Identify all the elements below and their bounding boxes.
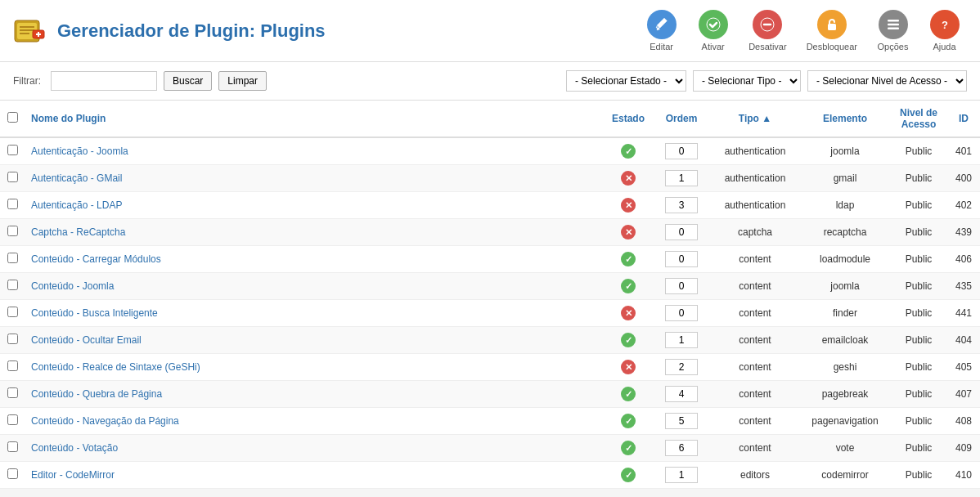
select-all-checkbox[interactable] xyxy=(7,112,18,123)
order-input[interactable] xyxy=(665,413,698,429)
row-checkbox[interactable] xyxy=(7,145,18,155)
row-checkbox-cell xyxy=(0,408,25,435)
plugin-name-link[interactable]: Conteúdo - Joomla xyxy=(31,280,114,292)
plugin-name: Conteúdo - Ocultar Email xyxy=(25,327,604,354)
plugin-ordem xyxy=(653,246,710,273)
plugin-name-link[interactable]: Conteúdo - Busca Inteligente xyxy=(31,307,158,319)
plugin-estado: ✕ xyxy=(604,300,653,327)
row-checkbox[interactable] xyxy=(7,307,18,317)
row-checkbox[interactable] xyxy=(7,387,18,398)
row-checkbox-cell xyxy=(0,327,25,354)
row-checkbox[interactable] xyxy=(7,360,18,371)
limpar-button[interactable]: Limpar xyxy=(218,71,267,91)
status-on-icon[interactable]: ✓ xyxy=(621,279,636,293)
order-input[interactable] xyxy=(665,386,698,402)
plugin-acesso: Public xyxy=(890,219,947,246)
status-off-icon[interactable]: ✕ xyxy=(621,360,636,374)
plugin-name-link[interactable]: Conteúdo - Votação xyxy=(31,442,118,454)
status-on-icon[interactable]: ✓ xyxy=(621,144,636,159)
row-checkbox[interactable] xyxy=(7,468,18,479)
col-header-ordem[interactable]: Ordem xyxy=(653,101,710,137)
table-row: Conteúdo - Quebra de Página ✓ content pa… xyxy=(0,381,980,408)
ajuda-button[interactable]: ? Ajuda xyxy=(922,7,967,55)
order-input[interactable] xyxy=(665,359,698,375)
status-off-icon[interactable]: ✕ xyxy=(621,225,636,240)
row-checkbox-cell xyxy=(0,354,25,381)
status-on-icon[interactable]: ✓ xyxy=(621,333,636,347)
status-on-icon[interactable]: ✓ xyxy=(621,387,636,401)
order-input[interactable] xyxy=(665,305,698,321)
table-container: Nome do Plugin Estado Ordem Tipo ▲ Eleme… xyxy=(0,101,980,489)
table-row: Conteúdo - Navegação da Página ✓ content… xyxy=(0,408,980,435)
filter-input[interactable] xyxy=(51,71,157,91)
order-input[interactable] xyxy=(665,251,698,267)
plugin-name-link[interactable]: Autenticação - Joomla xyxy=(31,146,128,157)
plugin-name-link[interactable]: Conteúdo - Realce de Sintaxe (GeSHi) xyxy=(31,361,200,373)
order-input[interactable] xyxy=(665,467,698,483)
order-input[interactable] xyxy=(665,170,698,186)
editar-button[interactable]: Editar xyxy=(639,7,684,55)
order-input[interactable] xyxy=(665,440,698,456)
desativar-button[interactable]: Desativar xyxy=(742,7,793,55)
status-on-icon[interactable]: ✓ xyxy=(621,468,636,482)
row-checkbox[interactable] xyxy=(7,199,18,209)
plugin-ordem xyxy=(653,435,710,462)
plugin-id: 401 xyxy=(947,137,980,165)
opcoes-button[interactable]: Opções xyxy=(870,7,915,55)
col-header-estado[interactable]: Estado xyxy=(604,101,653,137)
plugin-elemento: recaptcha xyxy=(800,219,890,246)
row-checkbox[interactable] xyxy=(7,172,18,182)
acesso-select[interactable]: - Selecionar Nivel de Acesso - xyxy=(807,70,967,92)
plugin-elemento: ldap xyxy=(800,192,890,219)
plugin-name: Autenticação - Joomla xyxy=(25,137,604,165)
tipo-select[interactable]: - Selecionar Tipo - xyxy=(693,70,801,92)
col-header-name[interactable]: Nome do Plugin xyxy=(25,101,604,137)
ajuda-icon: ? xyxy=(930,10,960,39)
plugin-name: Conteúdo - Busca Inteligente xyxy=(25,300,604,327)
svg-text:?: ? xyxy=(942,19,948,31)
plugin-name-link[interactable]: Editor - CodeMirror xyxy=(31,469,115,481)
plugin-tipo: content xyxy=(710,435,800,462)
row-checkbox[interactable] xyxy=(7,334,18,344)
order-input[interactable] xyxy=(665,143,698,159)
plugin-ordem xyxy=(653,462,710,489)
plugin-ordem xyxy=(653,408,710,435)
plugin-acesso: Public xyxy=(890,354,947,381)
row-checkbox[interactable] xyxy=(7,226,18,236)
col-header-elemento[interactable]: Elemento xyxy=(800,101,890,137)
col-header-id[interactable]: ID xyxy=(947,101,980,137)
status-off-icon[interactable]: ✕ xyxy=(621,171,636,186)
desbloquear-button[interactable]: Desbloquear xyxy=(800,7,864,55)
estado-select[interactable]: - Selecionar Estado - xyxy=(566,70,686,92)
status-on-icon[interactable]: ✓ xyxy=(621,252,636,266)
plugin-name: Conteúdo - Navegação da Página xyxy=(25,408,604,435)
col-header-tipo[interactable]: Tipo ▲ xyxy=(710,101,800,137)
row-checkbox[interactable] xyxy=(7,414,18,425)
plugin-name-link[interactable]: Conteúdo - Ocultar Email xyxy=(31,334,142,346)
status-on-icon[interactable]: ✓ xyxy=(621,414,636,428)
plugin-name: Captcha - ReCaptcha xyxy=(25,219,604,246)
order-input[interactable] xyxy=(665,224,698,240)
plugin-name-link[interactable]: Captcha - ReCaptcha xyxy=(31,226,125,238)
plugin-name-link[interactable]: Conteúdo - Quebra de Página xyxy=(31,388,162,400)
plugin-name-link[interactable]: Conteúdo - Navegação da Página xyxy=(31,415,179,427)
order-input[interactable] xyxy=(665,332,698,348)
order-input[interactable] xyxy=(665,278,698,294)
plugin-tipo: captcha xyxy=(710,219,800,246)
status-on-icon[interactable]: ✓ xyxy=(621,441,636,455)
status-off-icon[interactable]: ✕ xyxy=(621,306,636,320)
plugin-acesso: Public xyxy=(890,165,947,192)
ativar-label: Ativar xyxy=(702,42,725,51)
plugin-name-link[interactable]: Autenticação - GMail xyxy=(31,172,122,184)
row-checkbox[interactable] xyxy=(7,253,18,263)
plugin-name-link[interactable]: Autenticação - LDAP xyxy=(31,199,122,211)
col-header-acesso[interactable]: Nivel de Acesso xyxy=(890,101,947,137)
plugin-name-link[interactable]: Conteúdo - Carregar Módulos xyxy=(31,253,161,265)
row-checkbox[interactable] xyxy=(7,280,18,290)
order-input[interactable] xyxy=(665,197,698,213)
status-off-icon[interactable]: ✕ xyxy=(621,198,636,213)
row-checkbox[interactable] xyxy=(7,441,18,452)
table-row: Autenticação - GMail ✕ authentication gm… xyxy=(0,165,980,192)
buscar-button[interactable]: Buscar xyxy=(164,71,212,91)
ativar-button[interactable]: Ativar xyxy=(690,7,735,55)
